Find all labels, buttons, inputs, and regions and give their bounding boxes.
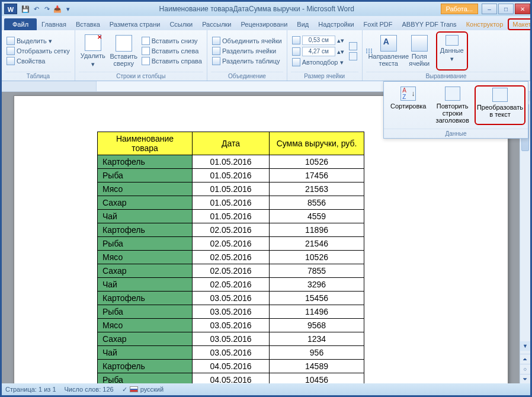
tab-abbyy[interactable]: ABBYY PDF Trans — [398, 18, 462, 30]
cell-sum[interactable]: 1234 — [270, 332, 364, 346]
tab-table-layout[interactable]: Макет — [508, 18, 532, 30]
table-row[interactable]: Мясо03.05.20169568 — [98, 319, 364, 332]
table-row[interactable]: Сахар02.05.20167855 — [98, 264, 364, 278]
cell-name[interactable]: Сахар — [98, 196, 193, 210]
table-row[interactable]: Рыба04.05.201610456 — [98, 373, 364, 384]
table-row[interactable]: Чай03.05.2016956 — [98, 346, 364, 360]
merge-cells-button[interactable]: Объединить ячейки — [211, 36, 283, 46]
cell-name[interactable]: Картофель — [98, 360, 193, 373]
cell-sum[interactable]: 956 — [270, 346, 364, 360]
cell-name[interactable]: Чай — [98, 210, 193, 223]
split-table-button[interactable]: Разделить таблицу — [211, 56, 283, 66]
align-tl-icon[interactable] — [366, 49, 367, 50]
sort-button[interactable]: AZ↓ Сортировка — [386, 85, 430, 125]
table-row[interactable]: Мясо02.05.201610526 — [98, 251, 364, 264]
tab-addins[interactable]: Надстройки — [313, 18, 358, 30]
tab-foxit[interactable]: Foxit PDF — [359, 18, 398, 30]
cell-sum[interactable]: 4559 — [270, 210, 364, 223]
cell-date[interactable]: 01.05.2016 — [193, 183, 270, 196]
tab-layout[interactable]: Разметка страни — [105, 18, 165, 30]
align-mc-icon[interactable] — [368, 50, 370, 52]
distribute-rows-button[interactable] — [348, 41, 358, 51]
insert-above-button[interactable]: Вставить сверху — [110, 31, 138, 71]
cell-name[interactable]: Картофель — [98, 155, 193, 169]
cell-name[interactable]: Рыба — [98, 373, 193, 384]
tab-references[interactable]: Ссылки — [165, 18, 197, 30]
cell-date[interactable]: 03.05.2016 — [193, 346, 270, 360]
repeat-header-rows-button[interactable]: Повторить строки заголовков — [430, 85, 474, 125]
cell-name[interactable]: Мясо — [98, 251, 193, 264]
cell-date[interactable]: 01.05.2016 — [193, 196, 270, 210]
table-row[interactable]: Картофель03.05.201615456 — [98, 292, 364, 305]
row-height-input[interactable]: 0,53 см ▴▾ — [291, 35, 345, 46]
cell-sum[interactable]: 10526 — [270, 155, 364, 169]
table-row[interactable]: Рыба03.05.201611496 — [98, 305, 364, 319]
cell-sum[interactable]: 21546 — [270, 237, 364, 251]
maximize-button[interactable]: □ — [498, 4, 514, 14]
tab-insert[interactable]: Вставка — [71, 18, 105, 30]
insert-right-button[interactable]: Вставить справа — [140, 56, 203, 66]
table-row[interactable]: Картофель04.05.201614589 — [98, 360, 364, 373]
cell-date[interactable]: 03.05.2016 — [193, 305, 270, 319]
tab-home[interactable]: Главная — [37, 18, 71, 30]
align-bl-icon[interactable] — [366, 52, 367, 53]
qat-redo-icon[interactable]: ↷ — [42, 4, 52, 14]
properties-button[interactable]: Свойства — [5, 56, 71, 66]
align-tr-icon[interactable] — [371, 49, 372, 50]
convert-to-text-button[interactable]: Преобразовать в текст — [475, 85, 525, 125]
close-button[interactable]: ✕ — [515, 4, 530, 14]
cell-name[interactable]: Рыба — [98, 169, 193, 183]
align-tc-icon[interactable] — [368, 49, 370, 50]
language-indicator[interactable]: ✓русский — [122, 386, 164, 393]
qat-save-icon[interactable]: 💾 — [21, 4, 30, 14]
cell-name[interactable]: Рыба — [98, 305, 193, 319]
cell-date[interactable]: 01.05.2016 — [193, 155, 270, 169]
table-row[interactable]: Сахар01.05.20168556 — [98, 196, 364, 210]
cell-sum[interactable]: 7855 — [270, 264, 364, 278]
table-header[interactable]: Дата — [193, 132, 270, 155]
cell-name[interactable]: Картофель — [98, 292, 193, 305]
table-header[interactable]: Наименование товара — [98, 132, 193, 155]
distribute-cols-button[interactable] — [348, 52, 358, 61]
tab-view[interactable]: Вид — [292, 18, 313, 30]
cell-date[interactable]: 02.05.2016 — [193, 237, 270, 251]
cell-name[interactable]: Мясо — [98, 183, 193, 196]
file-tab[interactable]: Файл — [4, 18, 37, 30]
align-ml-icon[interactable] — [366, 50, 367, 52]
cell-date[interactable]: 03.05.2016 — [193, 332, 270, 346]
cell-sum[interactable]: 17456 — [270, 169, 364, 183]
minimize-button[interactable]: – — [482, 4, 497, 14]
prev-page-icon[interactable]: ⏶ — [520, 354, 530, 364]
table-row[interactable]: Рыба02.05.201621546 — [98, 237, 364, 251]
cell-name[interactable]: Рыба — [98, 237, 193, 251]
cell-date[interactable]: 02.05.2016 — [193, 251, 270, 264]
table-row[interactable]: Картофель01.05.201610526 — [98, 155, 364, 169]
cell-date[interactable]: 01.05.2016 — [193, 210, 270, 223]
cell-name[interactable]: Чай — [98, 278, 193, 292]
cell-name[interactable]: Чай — [98, 346, 193, 360]
cell-sum[interactable]: 3296 — [270, 278, 364, 292]
text-direction-button[interactable]: AНаправление текста — [374, 31, 403, 71]
scroll-down-icon[interactable]: ▼ — [520, 341, 530, 351]
table-row[interactable]: Чай02.05.20163296 — [98, 278, 364, 292]
cell-name[interactable]: Сахар — [98, 332, 193, 346]
cell-sum[interactable]: 15456 — [270, 292, 364, 305]
word-count[interactable]: Число слов: 126 — [65, 386, 114, 393]
table-header[interactable]: Сумма выручки, руб. — [270, 132, 364, 155]
cell-date[interactable]: 02.05.2016 — [193, 223, 270, 237]
qat-open-icon[interactable]: 📥 — [53, 4, 62, 14]
cell-date[interactable]: 03.05.2016 — [193, 292, 270, 305]
browse-object-icon[interactable]: ○ — [520, 364, 530, 374]
tab-mailings[interactable]: Рассылки — [197, 18, 236, 30]
table-row[interactable]: Картофель02.05.201611896 — [98, 223, 364, 237]
cell-name[interactable]: Сахар — [98, 264, 193, 278]
split-cells-button[interactable]: Разделить ячейки — [211, 46, 283, 56]
cell-date[interactable]: 04.05.2016 — [193, 360, 270, 373]
cell-sum[interactable]: 9568 — [270, 319, 364, 332]
table-row[interactable]: Рыба01.05.201617456 — [98, 169, 364, 183]
cell-date[interactable]: 04.05.2016 — [193, 373, 270, 384]
cell-date[interactable]: 02.05.2016 — [193, 278, 270, 292]
data-table[interactable]: Наименование товараДатаСумма выручки, ру… — [97, 132, 364, 383]
next-page-icon[interactable]: ⏷ — [520, 374, 530, 383]
view-gridlines-button[interactable]: Отобразить сетку — [5, 46, 71, 56]
